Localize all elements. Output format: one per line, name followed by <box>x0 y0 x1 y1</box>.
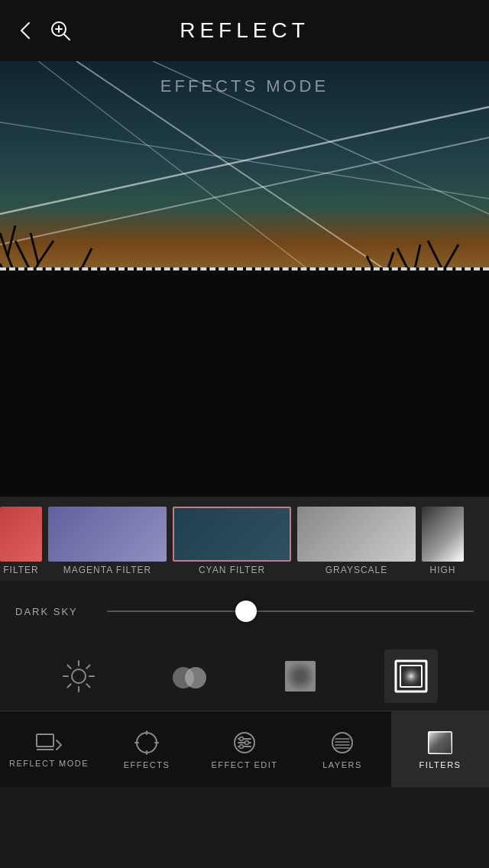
nav-item-filters[interactable]: FILTERS <box>391 711 489 787</box>
svg-line-51 <box>67 684 70 687</box>
filter-thumb-cyan <box>173 507 291 562</box>
filter-item-high[interactable]: HIGH <box>419 502 464 575</box>
frame-icon <box>393 658 429 695</box>
nav-label-effect-edit: EFFECT EDIT <box>211 760 277 769</box>
filter-thumb-high <box>422 507 464 562</box>
svg-point-61 <box>137 733 157 753</box>
svg-point-73 <box>332 733 352 753</box>
svg-point-72 <box>240 744 244 748</box>
vignette-icon <box>282 658 319 695</box>
filter-item-magenta[interactable]: MAGENTA FILTER <box>45 502 170 575</box>
svg-rect-59 <box>37 734 53 747</box>
vignette-button[interactable] <box>274 649 327 703</box>
photo-canvas: EFFECTS MODE <box>0 61 489 497</box>
zoom-button[interactable] <box>49 19 72 42</box>
header-left-icons <box>15 19 72 42</box>
nav-label-filters: FILTERS <box>419 760 461 769</box>
filter-label-high: HIGH <box>430 565 456 575</box>
svg-line-50 <box>86 666 89 669</box>
frame-button[interactable] <box>384 649 438 703</box>
svg-rect-55 <box>285 661 316 691</box>
svg-rect-58 <box>400 666 422 687</box>
reflected-area <box>0 270 489 497</box>
header: REFLECT <box>0 0 489 61</box>
app-title: REFLECT <box>180 18 309 43</box>
filter-thumb-grayscale <box>297 507 416 562</box>
svg-line-17 <box>31 233 38 264</box>
svg-line-15 <box>0 233 8 256</box>
filter-item-grayscale[interactable]: GRAYSCALE <box>294 502 419 575</box>
filter-strip: FILTER MAGENTA FILTER CYAN FILTER GRAYSC… <box>0 497 489 581</box>
nav-label-layers: LAYERS <box>322 760 362 769</box>
filter-label-magenta: MAGENTA FILTER <box>63 565 152 575</box>
nav-item-reflect-mode[interactable]: REFLECT MODE <box>0 711 98 787</box>
svg-rect-79 <box>429 732 452 753</box>
nav-item-effect-edit[interactable]: EFFECT EDIT <box>196 711 293 787</box>
svg-point-70 <box>240 737 244 740</box>
svg-line-49 <box>86 684 89 687</box>
filter-thumb-red <box>0 507 42 562</box>
dark-sky-label: DARK SKY <box>15 606 92 617</box>
layers-icon <box>329 730 355 756</box>
photo-area: EFFECTS MODE <box>0 61 489 497</box>
filter-item-cyan[interactable]: CYAN FILTER <box>170 502 294 575</box>
nav-label-reflect-mode: REFLECT MODE <box>9 759 89 768</box>
filters-icon <box>426 730 454 756</box>
filter-label-grayscale: GRAYSCALE <box>325 565 387 575</box>
svg-point-71 <box>245 740 249 744</box>
effects-icon <box>134 730 160 756</box>
effect-edit-icon <box>232 730 257 756</box>
nav-item-effects[interactable]: EFFECTS <box>98 711 196 787</box>
sun-icon <box>60 658 97 695</box>
effects-mode-text: EFFECTS MODE <box>160 76 329 96</box>
bottom-nav: REFLECT MODE EFFECTS EFFECT EDIT <box>0 711 489 787</box>
slider-section: DARK SKY <box>0 581 489 642</box>
dark-sky-slider-thumb[interactable] <box>235 601 257 622</box>
svg-line-48 <box>67 666 70 669</box>
filter-thumb-magenta <box>48 507 167 562</box>
nav-label-effects: EFFECTS <box>124 760 170 769</box>
svg-line-16 <box>8 225 15 256</box>
svg-point-43 <box>72 669 86 683</box>
svg-line-8 <box>0 122 489 199</box>
reflect-mode-icon <box>35 731 63 754</box>
svg-point-53 <box>185 667 206 688</box>
svg-line-33 <box>428 241 443 271</box>
svg-line-18 <box>38 241 53 264</box>
filter-label-red: FILTER <box>3 565 38 575</box>
svg-line-1 <box>64 34 70 40</box>
back-button[interactable] <box>15 20 37 41</box>
svg-line-22 <box>15 241 31 271</box>
dark-sky-slider-track[interactable] <box>107 611 474 612</box>
filter-label-cyan: CYAN FILTER <box>199 565 265 575</box>
filter-item-red[interactable]: FILTER <box>0 502 45 575</box>
blend-circles-icon <box>170 658 209 695</box>
effects-icons-row <box>0 642 489 711</box>
nav-item-layers[interactable]: LAYERS <box>293 711 391 787</box>
brightness-button[interactable] <box>52 649 105 703</box>
blend-button[interactable] <box>163 649 216 703</box>
